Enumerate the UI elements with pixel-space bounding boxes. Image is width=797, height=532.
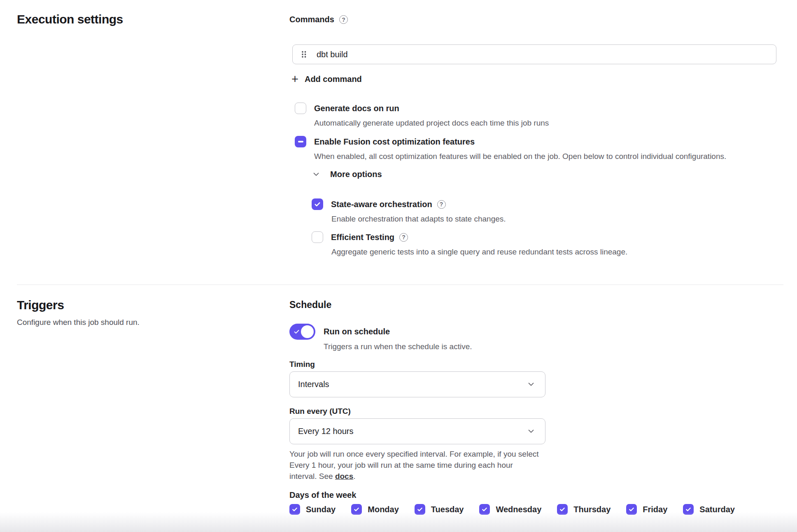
friday-checkbox[interactable] xyxy=(626,504,637,515)
command-value[interactable]: dbt build xyxy=(317,50,348,59)
day-item-friday[interactable]: Friday xyxy=(626,504,667,515)
efficient-testing-checkbox[interactable] xyxy=(312,231,323,243)
efficient-testing-help-icon[interactable]: ? xyxy=(399,233,408,242)
day-label: Tuesday xyxy=(431,505,464,514)
tuesday-checkbox[interactable] xyxy=(415,504,425,515)
thursday-checkbox[interactable] xyxy=(557,504,568,515)
docs-link[interactable]: docs xyxy=(335,472,353,481)
state-aware-label: State-aware orchestration xyxy=(331,200,432,209)
drag-handle-icon[interactable] xyxy=(301,50,307,58)
section-divider xyxy=(17,285,783,285)
state-aware-help-icon[interactable]: ? xyxy=(437,200,446,209)
fusion-description: When enabled, all cost optimization feat… xyxy=(314,152,726,161)
execution-settings-title: Execution settings xyxy=(17,12,123,26)
state-aware-description: Enable orchestration that adapts to stat… xyxy=(331,215,506,224)
state-aware-row: State-aware orchestration ? xyxy=(312,198,446,210)
timing-label: Timing xyxy=(289,360,315,369)
toggle-knob xyxy=(301,325,314,338)
day-item-monday[interactable]: Monday xyxy=(351,504,399,515)
run-on-schedule-label: Run on schedule xyxy=(324,327,390,336)
run-every-select[interactable]: Every 12 hours xyxy=(289,418,545,444)
more-options-expander[interactable]: More options xyxy=(312,170,382,179)
run-every-value: Every 12 hours xyxy=(298,427,354,436)
help-text-after: . xyxy=(353,472,355,481)
commands-label-row: Commands ? xyxy=(289,15,348,24)
command-input[interactable]: dbt build xyxy=(292,44,776,64)
checkmark-icon xyxy=(314,201,321,208)
run-every-help-text: Your job will run once every specified i… xyxy=(289,448,541,482)
triggers-subtitle: Configure when this job should run. xyxy=(17,318,140,327)
sunday-checkbox[interactable] xyxy=(289,504,300,515)
add-command-label: Add command xyxy=(305,75,362,84)
triggers-title: Triggers xyxy=(17,298,64,312)
day-item-tuesday[interactable]: Tuesday xyxy=(415,504,464,515)
day-item-thursday[interactable]: Thursday xyxy=(557,504,611,515)
plus-icon: + xyxy=(291,73,298,85)
schedule-title: Schedule xyxy=(289,299,331,310)
generate-docs-row: Generate docs on run xyxy=(295,103,399,114)
generate-docs-description: Automatically generate updated project d… xyxy=(314,119,549,128)
timing-select[interactable]: Intervals xyxy=(289,371,545,397)
commands-label: Commands xyxy=(289,15,334,24)
days-of-week-row: Sunday Monday Tuesday Wednesday Thursday… xyxy=(289,504,735,515)
wednesday-checkbox[interactable] xyxy=(479,504,490,515)
job-settings-page: Execution settings Commands ? dbt build … xyxy=(0,0,797,532)
day-label: Friday xyxy=(643,505,667,514)
state-aware-checkbox[interactable] xyxy=(312,198,323,210)
monday-checkbox[interactable] xyxy=(351,504,362,515)
toggle-check-icon xyxy=(293,328,300,337)
bottom-scroll-fade xyxy=(0,512,797,532)
day-label: Thursday xyxy=(573,505,611,514)
chevron-down-icon xyxy=(527,380,535,389)
run-on-schedule-toggle[interactable] xyxy=(289,324,315,340)
fusion-label: Enable Fusion cost optimization features xyxy=(314,137,475,147)
efficient-testing-label: Efficient Testing xyxy=(331,233,394,242)
saturday-checkbox[interactable] xyxy=(683,504,694,515)
commands-help-icon[interactable]: ? xyxy=(339,15,348,24)
help-text-before: Your job will run once every specified i… xyxy=(289,450,538,481)
chevron-down-icon xyxy=(527,427,535,436)
day-item-wednesday[interactable]: Wednesday xyxy=(479,504,541,515)
add-command-button[interactable]: + Add command xyxy=(291,73,362,85)
fusion-row: Enable Fusion cost optimization features xyxy=(295,136,475,147)
generate-docs-checkbox[interactable] xyxy=(295,103,306,114)
generate-docs-label: Generate docs on run xyxy=(314,104,399,113)
day-label: Saturday xyxy=(699,505,735,514)
day-item-sunday[interactable]: Sunday xyxy=(289,504,336,515)
day-item-saturday[interactable]: Saturday xyxy=(683,504,735,515)
efficient-testing-row: Efficient Testing ? xyxy=(312,231,408,243)
day-label: Wednesday xyxy=(496,505,541,514)
efficient-testing-description: Aggregate generic tests into a single qu… xyxy=(331,247,627,257)
fusion-checkbox[interactable] xyxy=(295,136,306,147)
chevron-down-icon xyxy=(312,170,320,179)
day-label: Sunday xyxy=(306,505,336,514)
more-options-label: More options xyxy=(330,170,382,179)
days-of-week-label: Days of the week xyxy=(289,490,356,500)
run-on-schedule-description: Triggers a run when the schedule is acti… xyxy=(324,342,472,351)
day-label: Monday xyxy=(368,505,399,514)
run-every-label: Run every (UTC) xyxy=(289,407,351,416)
timing-value: Intervals xyxy=(298,380,329,389)
